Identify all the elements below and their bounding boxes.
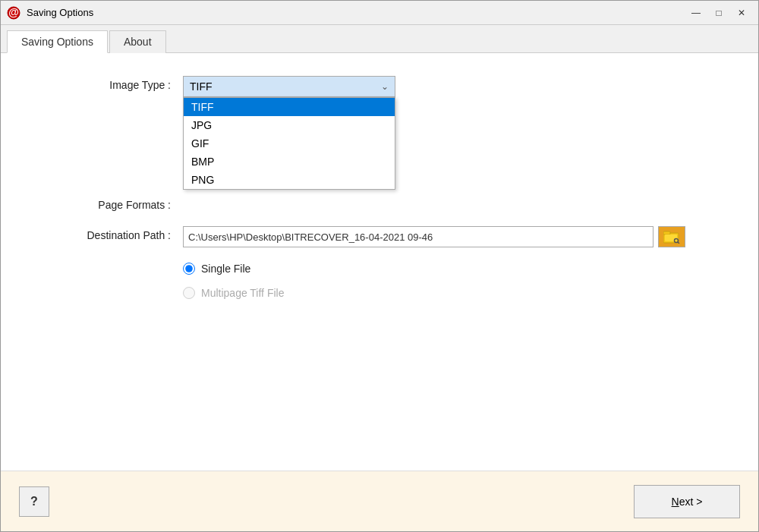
tab-about[interactable]: About bbox=[109, 30, 166, 53]
folder-icon bbox=[663, 230, 680, 244]
next-button[interactable]: Next > bbox=[634, 485, 740, 518]
image-type-dropdown[interactable]: TIFF ⌄ TIFF JPG GIF BMP PNG bbox=[183, 76, 395, 97]
app-icon: @ bbox=[7, 6, 20, 20]
window-controls: — □ ✕ bbox=[685, 5, 752, 21]
single-file-row: Single File bbox=[31, 263, 728, 275]
dropdown-item-tiff[interactable]: TIFF bbox=[184, 98, 395, 116]
maximize-button[interactable]: □ bbox=[708, 5, 729, 21]
page-formats-row: Page Formats : bbox=[31, 196, 728, 211]
image-type-control: TIFF ⌄ TIFF JPG GIF BMP PNG bbox=[183, 76, 728, 97]
window-title: Saving Options bbox=[27, 7, 685, 18]
page-formats-label: Page Formats : bbox=[31, 196, 183, 211]
dropdown-selected-value[interactable]: TIFF ⌄ bbox=[183, 76, 395, 97]
multipage-tiff-row: Multipage Tiff File bbox=[31, 287, 728, 299]
single-file-radio[interactable] bbox=[183, 263, 195, 275]
svg-line-6 bbox=[678, 242, 679, 244]
single-file-label[interactable]: Single File bbox=[201, 263, 250, 275]
multipage-tiff-label[interactable]: Multipage Tiff File bbox=[201, 287, 284, 299]
main-window: @ Saving Options — □ ✕ Saving Options Ab… bbox=[0, 0, 759, 532]
tab-saving-options[interactable]: Saving Options bbox=[7, 30, 108, 53]
next-button-label: Next > bbox=[672, 496, 703, 508]
close-button[interactable]: ✕ bbox=[731, 5, 752, 21]
destination-path-input[interactable] bbox=[183, 226, 653, 247]
image-type-label: Image Type : bbox=[31, 76, 183, 91]
dropdown-item-bmp[interactable]: BMP bbox=[184, 153, 395, 171]
browse-button[interactable] bbox=[658, 226, 685, 247]
chevron-down-icon: ⌄ bbox=[381, 81, 389, 92]
multipage-tiff-radio[interactable] bbox=[183, 287, 195, 299]
content-area: Image Type : TIFF ⌄ TIFF JPG GIF BMP PNG bbox=[1, 53, 758, 471]
tab-bar: Saving Options About bbox=[1, 25, 758, 53]
help-button[interactable]: ? bbox=[19, 486, 49, 517]
destination-path-row: Destination Path : bbox=[31, 226, 728, 247]
footer: ? Next > bbox=[1, 471, 758, 531]
image-type-row: Image Type : TIFF ⌄ TIFF JPG GIF BMP PNG bbox=[31, 76, 728, 97]
title-bar: @ Saving Options — □ ✕ bbox=[1, 1, 758, 25]
destination-path-label: Destination Path : bbox=[31, 226, 183, 241]
destination-path-control bbox=[183, 226, 728, 247]
dropdown-item-png[interactable]: PNG bbox=[184, 171, 395, 189]
svg-rect-4 bbox=[665, 235, 677, 241]
svg-rect-3 bbox=[663, 231, 670, 235]
dropdown-list: TIFF JPG GIF BMP PNG bbox=[183, 97, 395, 190]
dropdown-item-gif[interactable]: GIF bbox=[184, 134, 395, 153]
dropdown-item-jpg[interactable]: JPG bbox=[184, 116, 395, 134]
minimize-button[interactable]: — bbox=[685, 5, 707, 21]
svg-text:@: @ bbox=[8, 6, 19, 18]
